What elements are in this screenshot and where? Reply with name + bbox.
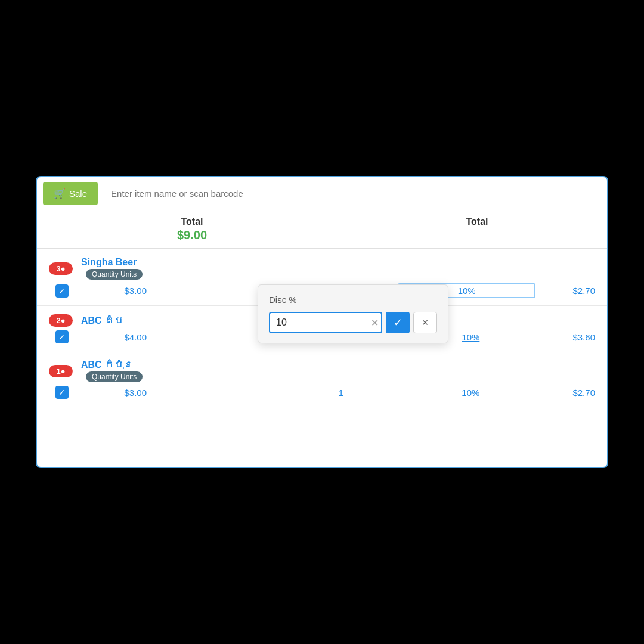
item-3-checkbox-cell: ✓ [49,386,75,399]
item-1-subtotal: $2.70 [535,286,595,296]
discount-input[interactable] [269,312,382,333]
item-3-qty[interactable]: 1 [276,388,405,398]
item-1-qty-tag: Quantity Units [86,269,143,280]
right-total-label: Total [347,216,607,227]
confirm-icon: ✓ [394,316,402,329]
item-1-name: Singha Beer [81,257,137,268]
right-col-header: Total [347,216,607,242]
top-bar: 🛒 Sale [37,177,607,210]
item-3-qty-tag: Quantity Units [86,371,143,382]
cart-icon: 🛒 [54,188,66,199]
item-3-top: 1● ABC កំប៉ុន Quantity Units [37,357,607,383]
item-3-name-block: ABC កំប៉ុន Quantity Units [81,360,143,382]
item-3-disc[interactable]: 10% [406,388,535,398]
discount-input-wrap: ✕ [269,312,382,333]
item-1-top: 3● Singha Beer Quantity Units [37,255,607,281]
item-3-bottom: ✓ $3.00 1 10% $2.70 [37,383,607,401]
column-headers: Total $9.00 Total [37,210,607,249]
item-3-price: $3.00 [75,388,147,398]
discount-popup-row: ✕ ✓ × [269,312,437,333]
left-col-header: Total $9.00 [37,216,347,242]
discount-popup: Disc % ✕ ✓ × [258,284,448,343]
item-1-checkbox-cell: ✓ [49,284,75,298]
item-3-subtotal: $2.70 [535,388,595,398]
item-3-badge: 1● [49,365,73,377]
item-1-checkbox[interactable]: ✓ [55,284,69,298]
left-total-label: Total [37,216,347,227]
discount-popup-label: Disc % [269,295,437,305]
item-row-3: 1● ABC កំប៉ុន Quantity Units ✓ $3.00 1 1… [37,351,607,406]
item-1-badge: 3● [49,262,73,275]
discount-clear-button[interactable]: ✕ [371,317,379,329]
pos-panel: 🛒 Sale Total $9.00 Total 3● Singha Beer … [36,176,608,468]
sale-label: Sale [69,188,87,199]
sale-button[interactable]: 🛒 Sale [43,182,98,205]
item-3-name: ABC កំប៉ុន [81,360,133,370]
item-2-subtotal: $3.60 [535,332,595,342]
item-1-price: $3.00 [75,286,147,296]
cancel-icon: × [422,317,429,329]
search-input[interactable] [104,182,607,205]
item-2-name-block: ABC គំប [81,315,123,326]
left-total-value: $9.00 [37,228,347,242]
item-row-1: 3● Singha Beer Quantity Units ✓ $3.00 1 … [37,249,607,306]
item-1-name-block: Singha Beer Quantity Units [81,257,143,280]
item-2-checkbox-cell: ✓ [49,330,75,343]
clear-icon: ✕ [371,318,379,328]
item-3-checkbox[interactable]: ✓ [55,386,69,399]
discount-cancel-button[interactable]: × [413,312,437,333]
item-2-badge: 2● [49,314,73,327]
discount-confirm-button[interactable]: ✓ [386,312,410,333]
item-2-checkbox[interactable]: ✓ [55,330,69,343]
item-2-price: $4.00 [75,332,147,342]
item-2-name: ABC គំប [81,315,123,326]
